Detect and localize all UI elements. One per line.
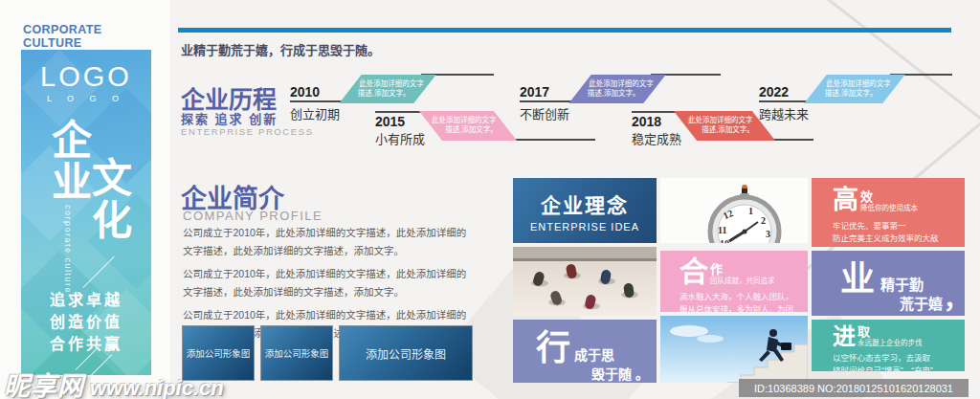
slogan-item: 合作共赢 [21,333,151,355]
ribbon-text: 描述,添加文字。 [812,89,890,99]
clock-photo: 12 1 2 3 11 10 [660,178,808,243]
team-overhead-photo [513,247,657,316]
nipic-watermark: 昵享网www.nipic.cn [4,366,224,399]
title-char-qi: 企 [52,121,92,161]
card-cooperation: 合 作 团队成就，共同追求 滴水融入大海，个人融入团队，服从总体安排，多为别人、… [660,251,808,312]
watermark-site-name: 昵享网 [4,372,84,399]
svg-text:10: 10 [720,238,729,243]
ribbon-text: 此处添加详细的文字 [427,116,501,125]
ribbon-text: 描述,添加文字。 [576,89,651,99]
slogan-list: 追求卓越 创造价值 合作共赢 [21,289,151,355]
svg-text:3: 3 [766,229,770,239]
card-comma: ， [944,279,965,315]
card-small-char: 效 [860,190,918,204]
card-tagline: 降低你的使用成本 [860,205,918,212]
timeline-ribbon-2010: 此处添加详细的文字 描述,添加文字。 [339,75,435,103]
title-char-wen: 文 [92,159,132,199]
card-tagline: 团队成就，共同追求 [710,277,775,285]
title-char-hua: 化 [92,201,132,241]
card-body-text: 以空怀心态去学习，去汲取 挤时间给自己“增高”、“充电” [833,352,955,371]
card-heading: 进 取 永远跟上企业的步伐 [833,325,965,348]
card-heading: 高 效 降低你的使用成本 [833,188,965,213]
timeline-label: 创立初期 [290,102,378,122]
ribbon-text: 此处添加详细的文字 [584,79,658,89]
timeline-ribbon-2022: 此处添加详细的文字 描述,添加文字。 [804,75,904,103]
card-big-char: 高 [833,188,858,213]
card-big-char: 行 [536,331,570,366]
svg-text:11: 11 [718,225,726,235]
card-inner: 行 成于思 毁于随 。 [513,320,657,383]
idea-title: 企业理念 [541,189,629,218]
logo-text: LOGO [21,61,151,93]
ribbon-text: 此处添加详细的文字 [681,116,760,125]
card-efficiency: 高 效 降低你的使用成本 牢记优先、要事第一 防止完美主义成为效率的大敌 [812,178,965,247]
card-body-text: 牢记优先、要事第一 防止完美主义成为效率的大敌 [833,220,955,245]
history-section-subtitle: 探索 追求 创新 [181,109,278,127]
ribbon-text: 此处添加详细的文字 [819,79,898,89]
card-inner: 业 精于勤 荒于嬉 ， [812,251,965,316]
ribbon-text: 描述,添加文字。 [346,89,421,99]
team-overhead-illustration [513,247,657,316]
svg-text:1: 1 [748,206,753,216]
slogan-item: 创造价值 [21,311,151,333]
motto-quote: 业精于勤荒于嬉，行成于思毁于随。 [181,40,380,58]
card-small-char: 作 [710,263,775,277]
card-small-wrap: 作 团队成就，共同追求 [710,263,775,286]
card-small-wrap: 效 降低你的使用成本 [860,190,918,213]
idea-subtitle-en: ENTERPRISE IDEA [530,221,639,233]
company-image-placeholder: 添加公司形象图 [260,325,333,381]
history-section-subtitle-en: ENTERPRISE PROCESS [181,126,314,137]
title-char-ye: 业 [52,163,92,203]
ribbon-text: 描述,添加文字。 [689,125,768,135]
enterprise-idea-header-card: 企业理念 ENTERPRISE IDEA [513,178,657,243]
businessman-stairs-photo [660,316,808,383]
card-heading: 合 作 团队成就，共同追求 [679,257,808,286]
timeline-label: 跨越未来 [759,102,845,122]
timeline-label: 不断创新 [520,102,606,122]
watermark-url: www.nipic.cn [90,376,224,399]
ribbon-text: 描述,添加文字。 [434,125,509,135]
card-industry: 业 精于勤 荒于嬉 ， [812,251,965,316]
card-small-wrap: 取 永远跟上企业的步伐 [858,325,923,348]
corporate-culture-header: CORPORATE CULTURE [23,23,157,50]
businessman-stairs-illustration [660,316,808,383]
poster-canvas: CORPORATE CULTURE LOGO L O G O 企 业 文 化 c… [0,0,980,399]
vertical-english-subtitle: corporate culture [63,205,73,294]
profile-paragraph: 公司成立于2010年，此处添加详细的文字描述，此处添加详细的文字描述，此处添加详… [183,224,476,260]
card-body-text: 滴水融入大海，个人融入团队，服从总体安排，多为别人、为团队考虑 [679,291,796,312]
ribbon-text: 此处添加详细的文字 [354,79,429,89]
card-big-char: 业 [840,262,875,297]
card-small-char: 取 [858,325,923,339]
card-tagline: 永远跟上企业的步伐 [858,340,923,347]
slogan-item: 追求卓越 [21,289,151,311]
card-action: 行 成于思 毁于随 。 [513,320,657,383]
card-phrase-line1: 成于思 [574,344,614,364]
logo-text-spaced: L O G O [21,94,151,103]
card-phrase-line2: 荒于嬉 [900,293,943,313]
card-big-char: 进 [833,325,856,348]
card-phrase-line2: 毁于随 。 [591,364,649,383]
profile-section-subtitle-en: COMPANY PROFILE [183,209,323,223]
card-big-char: 合 [679,257,708,286]
card-phrase-line1: 精于勤 [880,274,924,294]
card-enterprising: 进 取 永远跟上企业的步伐 以空怀心态去学习，去汲取 挤时间给自己“增高”、“充… [812,320,965,371]
watermark-id-bar: ID:10368389 NO:20180125101620128031 [739,379,969,397]
clock-illustration: 12 1 2 3 11 10 [660,178,808,243]
company-image-placeholder: 添加公司形象图 [339,325,473,381]
profile-paragraph: 公司成立于2010年，此处添加详细的文字描述，此处添加详细的文字描述，此处添加详… [183,265,476,301]
timeline-ribbon-2017: 此处添加详细的文字 描述,添加文字。 [568,75,665,103]
top-accent-bar [178,28,951,33]
svg-text:2: 2 [761,215,766,226]
vertical-brand-banner: LOGO L O G O 企 业 文 化 corporate culture 追… [21,50,151,375]
